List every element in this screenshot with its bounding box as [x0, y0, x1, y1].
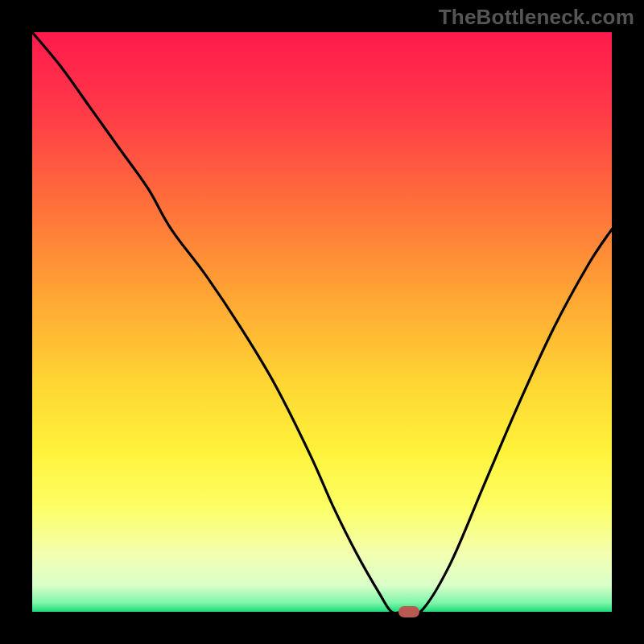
svg-rect-0: [32, 32, 612, 612]
chart-frame: TheBottleneck.com: [0, 0, 644, 644]
gradient-background: [32, 32, 612, 612]
plot-area: [32, 32, 612, 612]
watermark-text: TheBottleneck.com: [439, 5, 634, 30]
optimum-marker: [398, 606, 419, 617]
